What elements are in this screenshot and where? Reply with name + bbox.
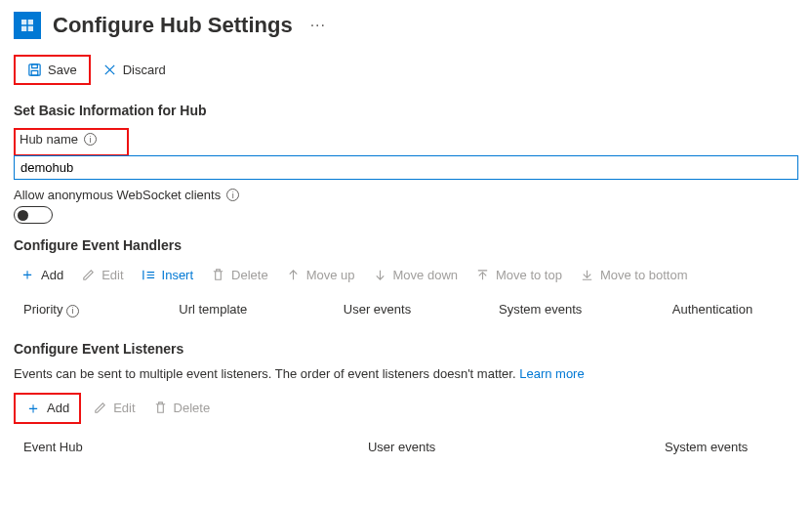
handlers-columns: Priority i Url template User events Syst…: [14, 300, 798, 333]
col-eventhub: Event Hub: [23, 440, 339, 454]
discard-button[interactable]: Discard: [95, 59, 174, 81]
handlers-edit-button[interactable]: Edit: [75, 264, 129, 286]
close-icon: [102, 63, 117, 77]
plus-icon: ＋: [20, 267, 35, 282]
trash-icon: [211, 268, 225, 282]
listeners-edit-button[interactable]: Edit: [87, 397, 141, 419]
handlers-moveup-button[interactable]: Move up: [280, 264, 361, 286]
anon-label: Allow anonymous WebSocket clients: [14, 188, 221, 202]
listeners-cmdbar: ＋ Add Edit Delete: [14, 393, 798, 424]
info-icon[interactable]: i: [84, 133, 97, 146]
logo-tile: [14, 12, 41, 39]
save-icon: [27, 63, 42, 77]
info-icon[interactable]: i: [66, 305, 79, 318]
svg-rect-2: [31, 70, 38, 75]
plus-icon: ＋: [25, 401, 41, 416]
col-userevents: User events: [344, 302, 469, 318]
top-toolbar: Save Discard: [14, 55, 798, 85]
listeners-delete-button[interactable]: Delete: [147, 397, 217, 419]
delete-label: Delete: [174, 401, 211, 415]
section-listeners-title: Configure Event Listeners: [14, 341, 798, 357]
add-label: Add: [41, 268, 63, 282]
movetop-label: Move to top: [496, 268, 562, 282]
handlers-movetop-button[interactable]: Move to top: [469, 264, 568, 286]
edit-label: Edit: [102, 268, 123, 282]
listeners-desc: Events can be sent to multiple event lis…: [14, 366, 798, 381]
handlers-movebottom-button[interactable]: Move to bottom: [574, 264, 694, 286]
arrow-top-icon: [475, 268, 490, 282]
hubname-label: Hub name: [20, 132, 78, 147]
listeners-columns: Event Hub User events System events: [14, 438, 798, 470]
arrow-up-icon: [286, 268, 301, 282]
col-systemevents: System events: [665, 440, 798, 454]
discard-label: Discard: [123, 63, 166, 77]
movedown-label: Move down: [393, 268, 458, 282]
col-userevents: User events: [368, 440, 635, 454]
info-icon[interactable]: i: [226, 189, 239, 201]
anon-toggle[interactable]: [14, 206, 53, 224]
col-priority: Priority: [23, 302, 62, 317]
movebottom-label: Move to bottom: [600, 268, 688, 282]
col-systemevents: System events: [499, 302, 643, 318]
highlight-listeners-add: ＋ Add: [14, 393, 81, 424]
add-label: Add: [47, 401, 69, 415]
highlight-hubname: Hub name i: [14, 128, 129, 156]
handlers-delete-button[interactable]: Delete: [205, 264, 274, 286]
edit-label: Edit: [113, 401, 135, 415]
page-title: Configure Hub Settings: [53, 13, 293, 38]
save-button[interactable]: Save: [20, 59, 85, 81]
highlight-save: Save: [14, 55, 91, 85]
handlers-insert-button[interactable]: Insert: [136, 264, 200, 286]
arrow-bottom-icon: [580, 268, 594, 282]
trash-icon: [153, 401, 168, 415]
section-handlers-title: Configure Event Handlers: [14, 237, 798, 253]
listeners-add-button[interactable]: ＋ Add: [20, 397, 75, 420]
learn-more-link[interactable]: Learn more: [519, 366, 584, 381]
pencil-icon: [81, 268, 96, 282]
svg-rect-1: [32, 64, 38, 68]
col-auth: Authentication: [672, 302, 798, 318]
handlers-movedown-button[interactable]: Move down: [367, 264, 464, 286]
hubname-input[interactable]: [14, 155, 798, 180]
arrow-down-icon: [373, 268, 387, 282]
insert-label: Insert: [162, 268, 194, 282]
handlers-add-button[interactable]: ＋ Add: [14, 263, 69, 286]
svg-rect-0: [29, 64, 40, 75]
save-label: Save: [48, 63, 77, 77]
col-url: Url template: [179, 302, 314, 318]
listeners-desc-text: Events can be sent to multiple event lis…: [14, 366, 519, 381]
pencil-icon: [93, 401, 107, 415]
webpubsub-icon: [19, 17, 36, 34]
handlers-cmdbar: ＋ Add Edit Insert Delete Move up Move do…: [14, 263, 798, 286]
delete-label: Delete: [231, 268, 268, 282]
insert-icon: [142, 268, 156, 282]
moveup-label: Move up: [306, 268, 355, 282]
page-header: Configure Hub Settings ···: [14, 12, 798, 39]
section-basic-title: Set Basic Information for Hub: [14, 103, 798, 118]
more-icon[interactable]: ···: [304, 17, 332, 34]
